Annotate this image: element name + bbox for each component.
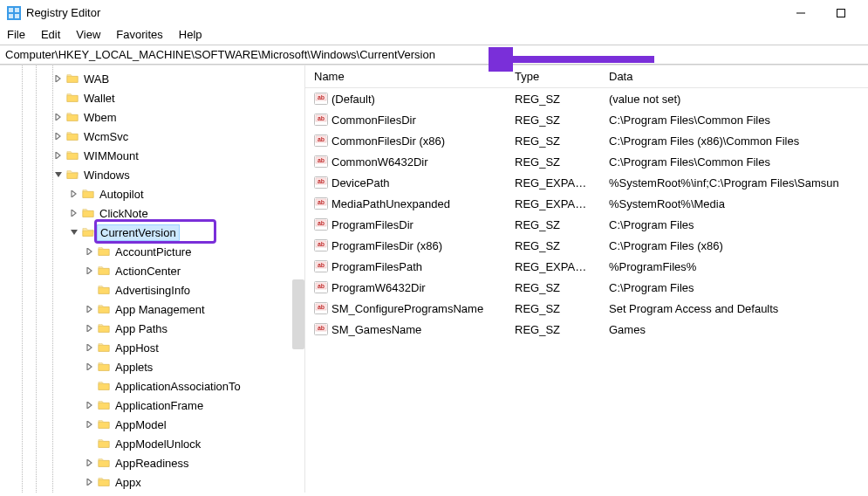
list-row[interactable]: abProgramFilesDirREG_SZC:\Program Files bbox=[305, 214, 868, 235]
tree-item-advertisinginfo[interactable]: AdvertisingInfo bbox=[0, 280, 304, 300]
tree-item-appx[interactable]: Appx bbox=[0, 472, 304, 492]
string-value-icon: ab bbox=[314, 92, 328, 106]
scrollbar-thumb[interactable] bbox=[292, 279, 304, 349]
chevron-right-icon[interactable] bbox=[84, 479, 96, 486]
tree-item-app-paths[interactable]: App Paths bbox=[0, 319, 304, 338]
value-data-cell: Set Program Access and Defaults bbox=[600, 302, 868, 315]
value-data-cell: C:\Program Files (x86)\Common Files bbox=[600, 134, 868, 148]
tree-item-wcmsvc[interactable]: WcmSvc bbox=[0, 127, 304, 146]
chevron-right-icon[interactable] bbox=[52, 152, 65, 159]
tree-item-apphost[interactable]: AppHost bbox=[0, 338, 304, 357]
chevron-right-icon[interactable] bbox=[68, 190, 80, 197]
svg-text:ab: ab bbox=[318, 283, 325, 289]
tree-item-label: App Management bbox=[113, 303, 205, 316]
tree-guide bbox=[52, 65, 53, 493]
folder-icon bbox=[96, 399, 112, 411]
list-row[interactable]: abSM_GamesNameREG_SZGames bbox=[305, 319, 868, 340]
column-data[interactable]: Data bbox=[600, 66, 868, 86]
chevron-down-icon[interactable] bbox=[68, 229, 80, 236]
list-row[interactable]: abCommonFilesDir (x86)REG_SZC:\Program F… bbox=[305, 130, 868, 151]
tree-item-wbem[interactable]: Wbem bbox=[0, 107, 304, 127]
tree-item-applicationframe[interactable]: ApplicationFrame bbox=[0, 396, 304, 415]
chevron-right-icon[interactable] bbox=[52, 133, 65, 140]
chevron-right-icon[interactable] bbox=[84, 421, 96, 428]
list-row[interactable]: abProgramFilesDir (x86)REG_SZC:\Program … bbox=[305, 235, 868, 256]
minimize-button[interactable] bbox=[781, 0, 821, 26]
chevron-right-icon[interactable] bbox=[84, 267, 96, 274]
tree-item-clicknote[interactable]: ClickNote bbox=[0, 203, 304, 223]
tree-item-appreadiness[interactable]: AppReadiness bbox=[0, 453, 304, 472]
tree-item-currentversion[interactable]: CurrentVersion bbox=[0, 223, 304, 242]
list-row[interactable]: abProgramFilesPathREG_EXPAN...%ProgramFi… bbox=[305, 256, 868, 277]
menu-help[interactable]: Help bbox=[179, 28, 202, 41]
chevron-right-icon[interactable] bbox=[84, 459, 96, 466]
tree-item-app-management[interactable]: App Management bbox=[0, 300, 304, 319]
tree-item-label: AppModelUnlock bbox=[113, 437, 201, 451]
tree-item-accountpicture[interactable]: AccountPicture bbox=[0, 242, 304, 261]
tree-item-autopilot[interactable]: Autopilot bbox=[0, 184, 304, 203]
tree-item-label: AccountPicture bbox=[113, 245, 191, 258]
chevron-right-icon[interactable] bbox=[84, 363, 96, 370]
tree-item-label: ApplicationAssociationTo bbox=[113, 380, 241, 393]
list-row[interactable]: abCommonW6432DirREG_SZC:\Program Files\C… bbox=[305, 151, 868, 172]
value-name-cell: abSM_GamesName bbox=[305, 322, 506, 336]
string-value-icon: ab bbox=[314, 259, 328, 273]
value-type-cell: REG_SZ bbox=[506, 114, 600, 127]
value-name-cell: abProgramFilesDir (x86) bbox=[305, 238, 506, 252]
value-name: CommonW6432Dir bbox=[331, 155, 428, 169]
list-row[interactable]: ab(Default)REG_SZ(value not set) bbox=[305, 88, 868, 109]
list-row[interactable]: abProgramW6432DirREG_SZC:\Program Files bbox=[305, 277, 868, 298]
value-data-cell: %SystemRoot%\inf;C:\Program Files\Samsun bbox=[600, 176, 868, 189]
value-name: ProgramFilesDir bbox=[331, 218, 413, 231]
tree-item-applets[interactable]: Applets bbox=[0, 357, 304, 376]
tree-item-windows[interactable]: Windows bbox=[0, 165, 304, 184]
menu-favorites[interactable]: Favorites bbox=[116, 28, 162, 41]
folder-icon bbox=[96, 284, 112, 296]
chevron-right-icon[interactable] bbox=[84, 248, 96, 255]
menu-file[interactable]: File bbox=[7, 28, 25, 41]
tree-item-label: AppReadiness bbox=[113, 457, 189, 470]
string-value-icon: ab bbox=[314, 301, 328, 315]
tree-item-label: AppModel bbox=[113, 418, 167, 431]
chevron-right-icon[interactable] bbox=[84, 325, 96, 332]
list-row[interactable]: abCommonFilesDirREG_SZC:\Program Files\C… bbox=[305, 109, 868, 130]
folder-icon bbox=[96, 341, 112, 354]
folder-icon bbox=[96, 437, 112, 450]
address-bar[interactable]: Computer\HKEY_LOCAL_MACHINE\SOFTWARE\Mic… bbox=[0, 45, 868, 65]
column-name[interactable]: Name bbox=[305, 66, 506, 86]
folder-icon bbox=[96, 245, 112, 258]
tree-item-wimmount[interactable]: WIMMount bbox=[0, 146, 304, 165]
chevron-right-icon[interactable] bbox=[52, 114, 65, 121]
string-value-icon: ab bbox=[314, 113, 328, 127]
folder-icon bbox=[96, 457, 112, 469]
list-row[interactable]: abMediaPathUnexpandedREG_EXPAN...%System… bbox=[305, 193, 868, 214]
string-value-icon: ab bbox=[314, 155, 328, 169]
value-name: ProgramFilesPath bbox=[331, 260, 422, 273]
list-row[interactable]: abDevicePathREG_EXPAN...%SystemRoot%\inf… bbox=[305, 172, 868, 193]
window-title: Registry Editor bbox=[26, 6, 781, 19]
tree-item-applicationassociationto[interactable]: ApplicationAssociationTo bbox=[0, 376, 304, 396]
tree-item-appmodel[interactable]: AppModel bbox=[0, 415, 304, 434]
chevron-right-icon[interactable] bbox=[52, 75, 65, 82]
list-row[interactable]: abSM_ConfigureProgramsNameREG_SZSet Prog… bbox=[305, 298, 868, 319]
chevron-right-icon[interactable] bbox=[68, 210, 80, 217]
chevron-right-icon[interactable] bbox=[84, 306, 96, 313]
minimize-icon bbox=[796, 9, 805, 17]
chevron-right-icon[interactable] bbox=[84, 344, 96, 351]
list-header: Name Type Data bbox=[305, 65, 868, 88]
column-type[interactable]: Type bbox=[506, 66, 600, 86]
tree-item-wab[interactable]: WAB bbox=[0, 69, 304, 88]
value-data-cell: C:\Program Files\Common Files bbox=[600, 155, 868, 169]
tree-item-appmodelunlock[interactable]: AppModelUnlock bbox=[0, 434, 304, 453]
menu-view[interactable]: View bbox=[76, 28, 100, 41]
tree-item-wallet[interactable]: Wallet bbox=[0, 88, 304, 107]
chevron-down-icon[interactable] bbox=[52, 171, 65, 178]
value-data-cell: %ProgramFiles% bbox=[600, 260, 868, 273]
chevron-right-icon[interactable] bbox=[84, 402, 96, 409]
tree-item-actioncenter[interactable]: ActionCenter bbox=[0, 261, 304, 280]
maximize-button[interactable] bbox=[821, 0, 861, 26]
value-type-cell: REG_EXPAN... bbox=[506, 176, 600, 189]
menu-edit[interactable]: Edit bbox=[41, 28, 60, 41]
value-type-cell: REG_EXPAN... bbox=[506, 197, 600, 210]
tree[interactable]: WAB WalletWbemWcmSvcWIMMountWindowsAutop… bbox=[0, 69, 304, 492]
